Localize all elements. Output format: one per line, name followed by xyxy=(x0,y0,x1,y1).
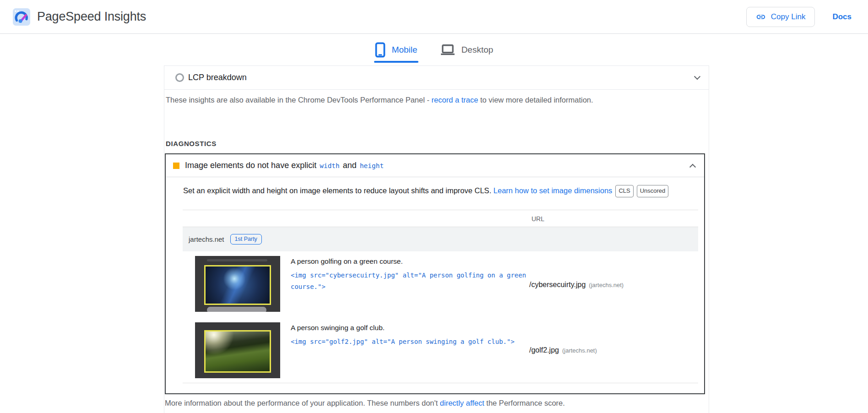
tab-desktop-label: Desktop xyxy=(461,45,494,55)
learn-image-dimensions-link[interactable]: Learn how to set image dimensions xyxy=(494,186,613,195)
footer-note-post: the Performance score. xyxy=(484,399,565,407)
severity-warning-square-icon xyxy=(173,163,179,169)
unscored-chip: Unscored xyxy=(637,185,669,197)
link-icon xyxy=(756,12,766,22)
highlighted-image-golf xyxy=(204,330,271,373)
table-group-row: jartechs.net 1st Party xyxy=(183,227,698,251)
url-path: /golf2.jpg xyxy=(529,346,559,354)
table-row: A person swinging a golf club. <img src=… xyxy=(183,318,698,383)
page-title: PageSpeed Insights xyxy=(37,10,146,24)
audit-description: Set an explicit width and height on imag… xyxy=(183,185,693,197)
table-row: A person golfing on a green course. <img… xyxy=(183,251,698,318)
group-origin-label: jartechs.net xyxy=(189,235,224,243)
cls-chip: CLS xyxy=(615,185,633,197)
smartphone-icon xyxy=(375,42,385,58)
image-alt-text: A person golfing on a green course. xyxy=(291,257,540,266)
element-screenshot-thumbnail[interactable] xyxy=(195,322,280,378)
element-details: A person swinging a golf club. <img src=… xyxy=(291,322,540,383)
chevron-down-icon[interactable] xyxy=(694,73,700,80)
laptop-icon xyxy=(440,44,455,56)
tab-desktop[interactable]: Desktop xyxy=(439,34,494,65)
audit-code-height: height xyxy=(359,162,385,169)
table-header-row: URL xyxy=(183,210,698,227)
audit-code-width: width xyxy=(319,162,341,169)
diagnostics-heading: DIAGNOSTICS xyxy=(166,140,709,147)
insight-title: LCP breakdown xyxy=(188,73,247,82)
footer-note: More information about the performance o… xyxy=(165,399,709,408)
first-party-badge: 1st Party xyxy=(230,234,262,245)
image-html-snippet: <img src="cybersecuirty.jpg" alt="A pers… xyxy=(291,270,540,293)
audit-title-and: and xyxy=(341,161,359,170)
device-tabs: Mobile Desktop xyxy=(0,34,868,65)
audit-box: Image elements do not have explicit widt… xyxy=(165,153,705,394)
element-details: A person golfing on a green course. <img… xyxy=(291,256,540,318)
url-origin: (jartechs.net) xyxy=(589,282,624,288)
record-a-trace-link[interactable]: record a trace xyxy=(432,96,478,104)
app-header: PageSpeed Insights Copy Link Docs xyxy=(0,0,868,34)
chevron-up-icon[interactable] xyxy=(689,163,696,170)
report-container: LCP breakdown These insights are also av… xyxy=(164,65,709,413)
tab-mobile[interactable]: Mobile xyxy=(374,34,418,65)
url-cell: /golf2.jpg(jartechs.net) xyxy=(529,346,597,354)
audit-header[interactable]: Image elements do not have explicit widt… xyxy=(166,154,704,177)
copy-link-button[interactable]: Copy Link xyxy=(746,7,815,27)
insight-row-lcp-breakdown[interactable]: LCP breakdown xyxy=(164,66,709,90)
directly-affect-link[interactable]: directly affect xyxy=(440,399,484,407)
tab-mobile-label: Mobile xyxy=(392,45,418,55)
element-screenshot-thumbnail[interactable] xyxy=(195,256,280,312)
audit-title-pre: Image elements do not have explicit xyxy=(185,161,319,170)
docs-link[interactable]: Docs xyxy=(832,12,852,22)
audit-box-bottom-padding xyxy=(166,383,704,393)
image-html-snippet: <img src="golf2.jpg" alt="A person swing… xyxy=(291,336,540,348)
screenshot-artifact xyxy=(207,307,266,312)
active-tab-underline xyxy=(374,61,418,63)
audit-table: URL jartechs.net 1st Party A person golf… xyxy=(183,210,698,383)
highlighted-image-cybersecurity xyxy=(204,265,271,305)
audit-title: Image elements do not have explicit widt… xyxy=(185,161,385,170)
footer-note-pre: More information about the performance o… xyxy=(165,399,440,407)
screenshot-artifact xyxy=(207,259,267,261)
url-origin: (jartechs.net) xyxy=(562,347,597,354)
insights-note: These insights are also available in the… xyxy=(166,96,700,104)
image-alt-text: A person swinging a golf club. xyxy=(291,324,540,332)
url-cell: /cybersecuirty.jpg(jartechs.net) xyxy=(529,281,624,289)
url-column-header: URL xyxy=(532,215,544,223)
insights-note-post: to view more detailed information. xyxy=(478,96,593,104)
copy-link-label: Copy Link xyxy=(771,12,806,22)
url-path: /cybersecuirty.jpg xyxy=(529,281,586,288)
pagespeed-logo-icon xyxy=(13,8,30,26)
audit-desc-text: Set an explicit width and height on imag… xyxy=(183,186,494,195)
insight-status-circle-icon xyxy=(175,73,184,82)
insights-note-pre: These insights are also available in the… xyxy=(166,96,432,104)
